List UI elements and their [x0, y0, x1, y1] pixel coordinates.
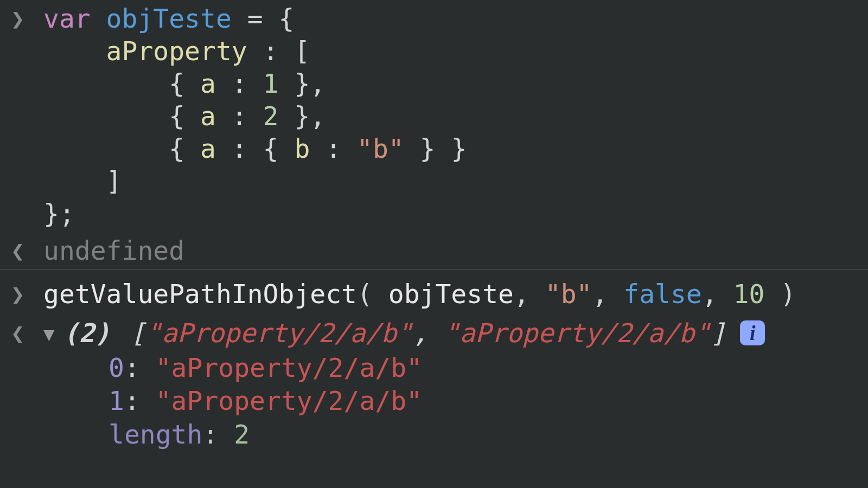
code-block[interactable]: var objTeste = { aProperty : [ { a : 1 }…: [43, 2, 467, 230]
array-summary[interactable]: ▼ (2) ["aProperty/2/a/b", "aProperty/2/a…: [43, 317, 765, 349]
array-entry[interactable]: 1: "aProperty/2/a/b": [0, 384, 868, 418]
length-value: 2: [234, 419, 250, 450]
punct-colon: :: [247, 36, 295, 66]
length-label: length: [108, 419, 202, 450]
input-gutter: ❯: [11, 278, 43, 307]
array-item-3: { a : { b : "b" } }: [169, 133, 467, 164]
output-chevron-icon: ❮: [11, 320, 24, 346]
info-icon[interactable]: i: [740, 320, 765, 345]
array-item-2: { a : 2 },: [169, 101, 326, 131]
input-chevron-icon: ❯: [11, 5, 24, 32]
expand-triangle-icon[interactable]: ▼: [43, 321, 59, 345]
punct-rbracket: ]: [106, 166, 122, 196]
keyword-var: var: [43, 3, 91, 34]
property-name: aProperty: [106, 36, 247, 66]
punct-equals: =: [232, 3, 279, 34]
array-length-badge: (2): [63, 318, 110, 348]
code-call[interactable]: getValuePathInObject( objTeste, "b", fal…: [43, 278, 796, 310]
console-input-row: ❯ var objTeste = { aProperty : [ { a : 1…: [0, 0, 868, 232]
array-length-entry[interactable]: length: 2: [0, 418, 868, 451]
result-gutter: ❮: [11, 234, 43, 264]
result-gutter: ❮: [11, 317, 43, 346]
array-entry[interactable]: 0: "aProperty/2/a/b": [0, 351, 868, 384]
identifier-objteste: objTeste: [106, 3, 232, 34]
entry-value-1: "aProperty/2/a/b": [156, 386, 422, 416]
output-chevron-icon: ❮: [11, 237, 24, 264]
input-gutter: ❯: [11, 2, 43, 32]
arg-number: 10: [733, 279, 765, 309]
input-chevron-icon: ❯: [11, 281, 24, 307]
array-preview-item-1: "aProperty/2/a/b": [444, 318, 710, 348]
entry-index-0: 0: [108, 352, 124, 383]
array-item-1: { a : 1 },: [169, 68, 326, 99]
function-name: getValuePathInObject: [43, 279, 357, 309]
punct-rbrace: };: [43, 198, 75, 229]
punct-comma: ,: [412, 318, 444, 348]
console-result-row: ❮ undefined: [0, 232, 868, 269]
arg-bool: false: [623, 279, 702, 309]
array-preview-item-0: "aProperty/2/a/b": [146, 318, 412, 348]
result-undefined: undefined: [43, 234, 184, 267]
entry-index-1: 1: [108, 386, 124, 416]
punct-lbrace: {: [279, 3, 295, 34]
entry-value-0: "aProperty/2/a/b": [156, 352, 422, 383]
punct-lbracket: [: [294, 36, 310, 66]
punct-rbracket: ]: [710, 318, 726, 348]
arg-object: objTeste: [388, 279, 514, 309]
arg-string: "b": [545, 279, 592, 309]
punct-lbracket: [: [114, 318, 146, 348]
console-result-row: ❮ ▼ (2) ["aProperty/2/a/b", "aProperty/2…: [0, 312, 868, 351]
console-input-row: ❯ getValuePathInObject( objTeste, "b", f…: [0, 270, 868, 312]
